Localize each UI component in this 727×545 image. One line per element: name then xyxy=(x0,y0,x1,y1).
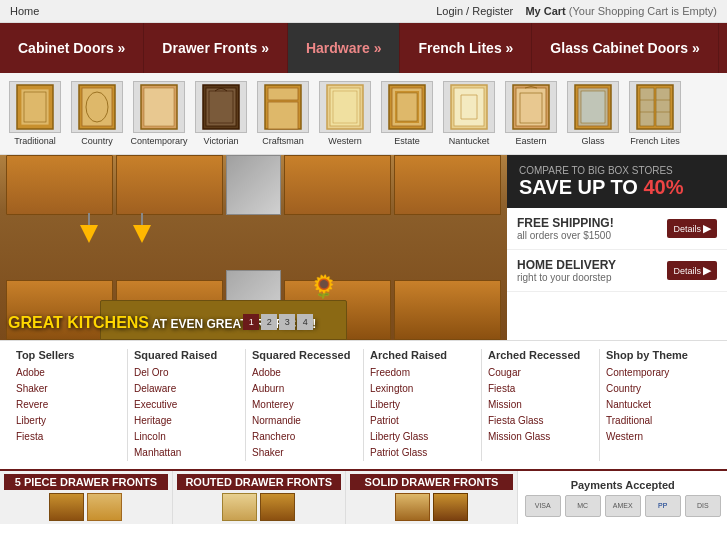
cart-label[interactable]: My Cart xyxy=(525,5,565,17)
drawer-fronts-bar: 5 PIECE DRAWER FRONTS ROUTED DRAWER FRON… xyxy=(0,469,727,524)
light-1 xyxy=(80,213,98,243)
link-executive[interactable]: Executive xyxy=(134,397,239,413)
link-cougar[interactable]: Cougar xyxy=(488,365,593,381)
link-shaker-sq[interactable]: Shaker xyxy=(252,445,357,461)
cat-label-nantucket: Nantucket xyxy=(449,136,490,146)
cat-traditional[interactable]: Traditional xyxy=(4,81,66,146)
drawer-thumb-1b xyxy=(87,493,122,521)
link-revere-top[interactable]: Revere xyxy=(16,397,121,413)
link-fiesta-top[interactable]: Fiesta xyxy=(16,429,121,445)
home-delivery-row[interactable]: HOME DELIVERY right to your doorstep Det… xyxy=(507,250,727,292)
drawer-thumb-2b xyxy=(260,493,295,521)
svg-rect-9 xyxy=(206,88,236,126)
drawer-section-5piece[interactable]: 5 PIECE DRAWER FRONTS xyxy=(0,471,173,524)
col-title-squared-recessed: Squared Recessed xyxy=(252,349,357,361)
link-normandie[interactable]: Normandie xyxy=(252,413,357,429)
link-country-theme[interactable]: Country xyxy=(606,381,711,397)
link-liberty-arch[interactable]: Liberty xyxy=(370,397,475,413)
link-liberty-glass[interactable]: Liberty Glass xyxy=(370,429,475,445)
page-dot-3[interactable]: 3 xyxy=(279,314,295,330)
link-liberty-top[interactable]: Liberty xyxy=(16,413,121,429)
link-nantucket-theme[interactable]: Nantucket xyxy=(606,397,711,413)
link-lincoln[interactable]: Lincoln xyxy=(134,429,239,445)
link-auburn[interactable]: Auburn xyxy=(252,381,357,397)
payment-mc: MC xyxy=(565,495,601,517)
account-area: Login / Register My Cart (Your Shopping … xyxy=(436,5,717,17)
cat-thumb-nantucket xyxy=(443,81,495,133)
cat-glass[interactable]: Glass xyxy=(562,81,624,146)
hero-image: 🌻 GREAT KITCHENS AT EVEN GREATER PRICES!… xyxy=(0,155,507,340)
details-arrow-1: ▶ xyxy=(703,222,711,235)
svg-rect-22 xyxy=(454,88,484,126)
link-adobe-top[interactable]: Adobe xyxy=(16,365,121,381)
home-link[interactable]: Home xyxy=(10,5,39,17)
cat-eastern[interactable]: Eastern xyxy=(500,81,562,146)
cat-western[interactable]: Western xyxy=(314,81,376,146)
svg-rect-20 xyxy=(397,93,417,121)
svg-rect-12 xyxy=(268,88,298,100)
col-top-sellers: Top Sellers Adobe Shaker Revere Liberty … xyxy=(10,349,128,461)
link-shaker-top[interactable]: Shaker xyxy=(16,381,121,397)
col-title-arched-recessed: Arched Recessed xyxy=(488,349,593,361)
cat-estate[interactable]: Estate xyxy=(376,81,438,146)
nav-hardware[interactable]: Hardware » xyxy=(288,23,400,73)
link-contemporary-theme[interactable]: Contemporary xyxy=(606,365,711,381)
link-mission-glass[interactable]: Mission Glass xyxy=(488,429,593,445)
cat-victorian[interactable]: Victorian xyxy=(190,81,252,146)
link-patriot-glass[interactable]: Patriot Glass xyxy=(370,445,475,461)
svg-rect-28 xyxy=(581,91,605,123)
col-title-squared-raised: Squared Raised xyxy=(134,349,239,361)
login-register-link[interactable]: Login / Register xyxy=(436,5,513,17)
drawer-thumb-1a xyxy=(49,493,84,521)
cabinet-lower-4 xyxy=(394,280,501,340)
link-freedom[interactable]: Freedom xyxy=(370,365,475,381)
link-monterey[interactable]: Monterey xyxy=(252,397,357,413)
link-ranchero[interactable]: Ranchero xyxy=(252,429,357,445)
cat-craftsman[interactable]: Craftsman xyxy=(252,81,314,146)
link-lexington[interactable]: Lexington xyxy=(370,381,475,397)
link-traditional-theme[interactable]: Traditional xyxy=(606,413,711,429)
nav-glass-cabinet-doors[interactable]: Glass Cabinet Doors » xyxy=(532,23,718,73)
cat-thumb-country xyxy=(71,81,123,133)
payments-title: Payments Accepted xyxy=(571,479,675,491)
nav-drawer-fronts[interactable]: Drawer Fronts » xyxy=(144,23,288,73)
free-shipping-details-btn[interactable]: Details ▶ xyxy=(667,219,717,238)
link-heritage[interactable]: Heritage xyxy=(134,413,239,429)
page-dot-2[interactable]: 2 xyxy=(261,314,277,330)
link-delaware[interactable]: Delaware xyxy=(134,381,239,397)
free-shipping-row[interactable]: FREE SHIPPING! all orders over $1500 Det… xyxy=(507,208,727,250)
link-patriot[interactable]: Patriot xyxy=(370,413,475,429)
save-text: SAVE UP TO 40% xyxy=(519,176,715,198)
drawer-title-solid: SOLID DRAWER FRONTS xyxy=(350,474,514,490)
cat-french-lites[interactable]: French Lites xyxy=(624,81,686,146)
cabinet-upper-2 xyxy=(116,155,223,215)
nav-cabinet-doors[interactable]: Cabinet Doors » xyxy=(0,23,144,73)
home-delivery-details-btn[interactable]: Details ▶ xyxy=(667,261,717,280)
payment-amex: AMEX xyxy=(605,495,641,517)
col-shop-by-theme: Shop by Theme Contemporary Country Nantu… xyxy=(600,349,717,461)
link-del-oro[interactable]: Del Oro xyxy=(134,365,239,381)
cat-nantucket[interactable]: Nantucket xyxy=(438,81,500,146)
link-manhattan[interactable]: Manhattan xyxy=(134,445,239,461)
cat-thumb-victorian xyxy=(195,81,247,133)
col-title-top-sellers: Top Sellers xyxy=(16,349,121,361)
nav-french-lites[interactable]: French Lites » xyxy=(400,23,532,73)
link-adobe-sq[interactable]: Adobe xyxy=(252,365,357,381)
cat-contemporary[interactable]: Contemporary xyxy=(128,81,190,146)
link-fiesta-glass[interactable]: Fiesta Glass xyxy=(488,413,593,429)
cat-country[interactable]: Country xyxy=(66,81,128,146)
link-mission[interactable]: Mission xyxy=(488,397,593,413)
col-squared-recessed: Squared Recessed Adobe Auburn Monterey N… xyxy=(246,349,364,461)
drawer-section-solid[interactable]: SOLID DRAWER FRONTS xyxy=(346,471,519,524)
link-fiesta-arch[interactable]: Fiesta xyxy=(488,381,593,397)
save-box: COMPARE TO BIG BOX STORES SAVE UP TO 40% xyxy=(507,155,727,208)
svg-rect-13 xyxy=(268,102,298,129)
link-western-theme[interactable]: Western xyxy=(606,429,711,445)
page-dot-1[interactable]: 1 xyxy=(243,314,259,330)
light-2 xyxy=(133,213,151,243)
svg-rect-30 xyxy=(640,88,654,126)
cat-thumb-estate xyxy=(381,81,433,133)
page-dot-4[interactable]: 4 xyxy=(297,314,313,330)
drawer-section-routed[interactable]: ROUTED DRAWER FRONTS xyxy=(173,471,346,524)
svg-rect-4 xyxy=(82,88,112,126)
